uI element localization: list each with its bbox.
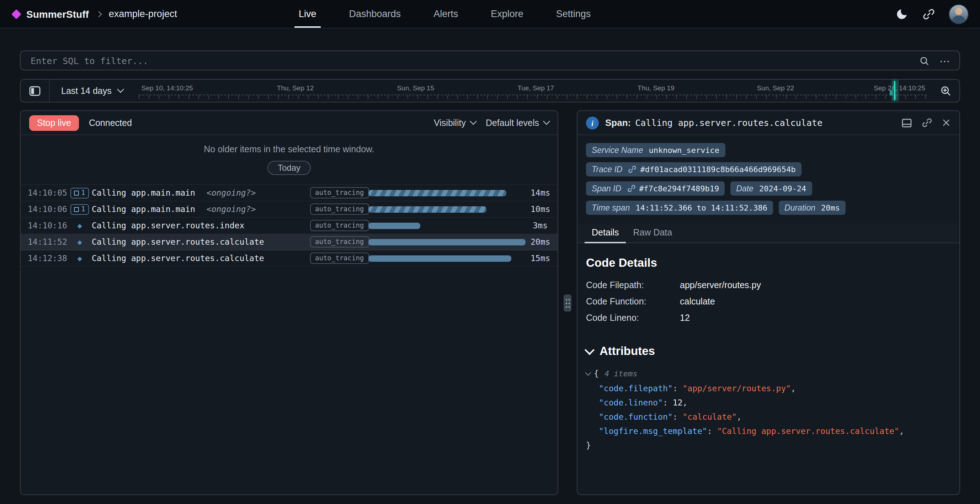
tab-live[interactable]: Live xyxy=(294,0,321,28)
span-diamond-icon xyxy=(68,254,92,263)
sidebar-toggle-icon[interactable] xyxy=(21,80,50,102)
json-entry: "logfire.msg_template": "Calling app.ser… xyxy=(586,424,951,438)
json-open-line: {4 items xyxy=(586,366,951,381)
timeline-tick-label: Sun, Sep 22 xyxy=(757,84,794,92)
close-icon[interactable] xyxy=(942,118,951,128)
default-levels-dropdown[interactable]: Default levels xyxy=(486,118,549,128)
auto-tracing-tag: auto_tracing xyxy=(310,220,369,231)
duration-bar-track xyxy=(368,255,531,262)
nav-tabs: Live Dashboards Alerts Explore Settings xyxy=(294,0,595,28)
timeline-tick-label: Sep 10, 14:10:25 xyxy=(142,84,193,92)
duration-bar xyxy=(368,222,420,229)
tab-alerts[interactable]: Alerts xyxy=(429,0,462,28)
breadcrumb: SummerStuff example-project xyxy=(13,8,177,19)
tab-raw-data[interactable]: Raw Data xyxy=(626,223,679,242)
search-icon[interactable] xyxy=(919,55,929,66)
tab-settings[interactable]: Settings xyxy=(552,0,595,28)
timeline-tick-label: Thu, Sep 19 xyxy=(638,84,675,92)
empty-window-notice: No older items in the selected time wind… xyxy=(21,135,558,175)
detail-tabs: Details Raw Data xyxy=(578,223,959,243)
log-timestamp: 14:12:38 xyxy=(21,253,68,263)
ongoing-label: <ongoing?> xyxy=(207,204,256,214)
duration-bar xyxy=(368,239,525,245)
dock-panel-icon[interactable] xyxy=(901,117,912,128)
log-message: Calling app.server.routes.calculate xyxy=(92,237,264,247)
duration-label: 3ms xyxy=(531,220,558,230)
attributes-json-viewer: {4 items "code.filepath": "app/server/ro… xyxy=(586,366,951,453)
theme-toggle-moon-icon[interactable] xyxy=(895,7,909,21)
duration-bar-track xyxy=(368,190,531,196)
date-badge: Date 2024-09-24 xyxy=(730,182,812,196)
timeline-ticks xyxy=(139,95,927,99)
detail-content: Code Details Code Filepath: app/server/r… xyxy=(578,243,959,457)
trace-id-badge: Trace ID #df01acad0311189c8b66a466d96965… xyxy=(586,162,802,176)
top-nav: SummerStuff example-project Live Dashboa… xyxy=(0,0,980,29)
time-span-badge: Time span 14:11:52.366 to 14:11:52.386 xyxy=(586,201,773,215)
visibility-dropdown[interactable]: Visibility xyxy=(434,118,476,128)
span-meta-badges: Service Name unknown_service Trace ID #d… xyxy=(578,135,959,218)
timeline-tick-label: Tue, Sep 17 xyxy=(517,84,554,92)
log-row[interactable]: 14:10:06 1 Calling app.main.main<ongoing… xyxy=(21,201,558,218)
stop-live-button[interactable]: Stop live xyxy=(29,115,79,131)
time-range-dropdown[interactable]: Last 14 days xyxy=(50,80,134,102)
json-entry: "code.function": "calculate", xyxy=(586,410,951,424)
tab-dashboards[interactable]: Dashboards xyxy=(345,0,406,28)
timeline-tick-label: Thu, Sep 12 xyxy=(277,84,314,92)
user-avatar[interactable] xyxy=(949,4,969,24)
log-message: Calling app.server.routes.index xyxy=(92,220,244,230)
sql-filter-bar: ⋯ xyxy=(20,51,960,70)
duration-bar-track xyxy=(368,222,531,229)
log-rows: 14:10:05 1 Calling app.main.main<ongoing… xyxy=(21,184,558,267)
json-entry: "code.lineno": 12, xyxy=(586,396,951,410)
duration-badge: Duration 20ms xyxy=(779,201,846,215)
app-root: SummerStuff example-project Live Dashboa… xyxy=(0,0,980,504)
zoom-in-icon[interactable] xyxy=(931,80,959,102)
span-diamond-icon xyxy=(68,237,92,247)
brand-logo-icon xyxy=(11,9,21,19)
copy-link-icon[interactable] xyxy=(922,117,932,128)
panel-gutter xyxy=(558,110,577,495)
connection-status: Connected xyxy=(89,118,132,128)
log-row[interactable]: 14:10:05 1 Calling app.main.main<ongoing… xyxy=(21,185,558,201)
activity-spike xyxy=(894,81,896,100)
log-message: Calling app.main.main xyxy=(92,188,195,198)
timeline-tick-label: Sep 24, 14:10:25 xyxy=(874,84,925,92)
project-name[interactable]: example-project xyxy=(109,8,177,19)
span-count-badge: 1 xyxy=(68,204,92,214)
share-link-icon[interactable] xyxy=(922,7,936,21)
more-options-icon[interactable]: ⋯ xyxy=(939,55,951,66)
duration-label: 20ms xyxy=(531,237,558,247)
log-row-selected[interactable]: 14:11:52 Calling app.server.routes.calcu… xyxy=(21,234,558,250)
link-icon[interactable] xyxy=(628,165,637,174)
tab-details[interactable]: Details xyxy=(585,223,626,242)
json-entry: "code.filepath": "app/server/routes.py", xyxy=(586,381,951,396)
chevron-down-icon xyxy=(543,118,550,125)
duration-label: 14ms xyxy=(531,188,558,198)
tab-explore[interactable]: Explore xyxy=(487,0,528,28)
empty-message: No older items in the selected time wind… xyxy=(21,144,558,155)
log-row[interactable]: 14:10:16 Calling app.server.routes.index… xyxy=(21,218,558,234)
duration-label: 10ms xyxy=(531,204,558,214)
today-button[interactable]: Today xyxy=(268,161,310,175)
span-count-badge: 1 xyxy=(68,187,92,198)
chevron-down-icon xyxy=(470,118,477,125)
breadcrumb-chevron-icon xyxy=(95,11,102,17)
sql-filter-input[interactable] xyxy=(29,54,909,67)
timeline-strip: Last 14 days Sep 10, 14:10:25 Thu, Sep 1… xyxy=(20,79,960,102)
chevron-down-icon xyxy=(585,345,595,355)
resize-handle[interactable] xyxy=(563,294,571,311)
duration-bar-track xyxy=(368,206,531,212)
link-icon[interactable] xyxy=(627,184,635,193)
log-row[interactable]: 14:12:38 Calling app.server.routes.calcu… xyxy=(21,250,558,267)
duration-bar xyxy=(368,255,511,262)
log-timestamp: 14:10:06 xyxy=(21,204,68,214)
timeline-canvas[interactable]: Sep 10, 14:10:25 Thu, Sep 12 Sun, Sep 15… xyxy=(137,80,928,102)
org-name[interactable]: SummerStuff xyxy=(26,8,89,19)
code-filepath-row: Code Filepath: app/server/routes.py xyxy=(586,277,951,293)
span-id-badge: Span ID #f7c8e294f7489b19 xyxy=(586,182,725,196)
collapse-caret-icon[interactable] xyxy=(585,370,591,376)
attributes-section-toggle[interactable]: Attributes xyxy=(586,344,951,358)
span-diamond-icon xyxy=(68,221,92,230)
duration-bar xyxy=(368,206,487,212)
info-icon: i xyxy=(586,116,599,129)
